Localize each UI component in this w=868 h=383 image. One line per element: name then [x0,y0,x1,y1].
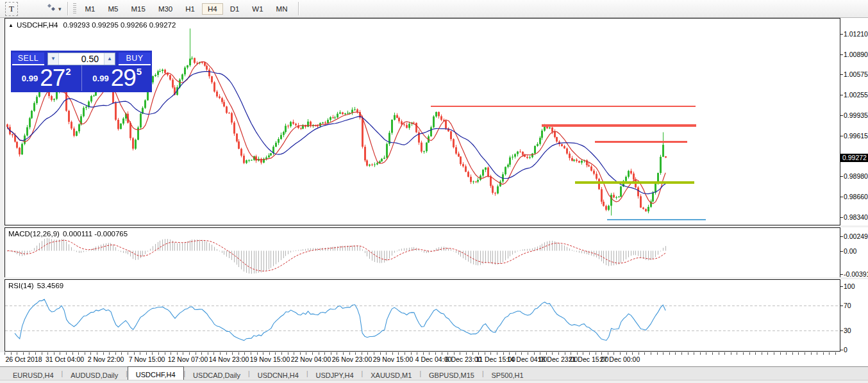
rsi-axis-label: 70 [844,302,851,309]
macd-label: MACD(12,26,9)0.000111 -0.000765 [8,230,128,238]
price-axis-label: 1.00890 [844,51,868,58]
chart-tab-usdjpy[interactable]: USDJPY,H4 [308,368,361,380]
volume-input[interactable] [59,53,104,65]
timeframe-button-m1[interactable]: M1 [79,3,101,15]
macd-indicator-values: 0.000111 -0.000765 [63,230,128,238]
macd-axis-label: 0.00 [844,248,856,255]
sell-price-point: 2 [65,66,71,77]
chart-tab-usdcad[interactable]: USDCAD,Daily [185,368,248,380]
timeframe-button-w1[interactable]: W1 [246,3,269,15]
chart-tab-sp500[interactable]: SP500,H1 [484,368,531,380]
macd-indicator-name: MACD(12,26,9) [8,230,60,238]
volume-decrease-button[interactable]: ▼ [48,53,59,65]
toolbar-separator [298,2,299,15]
timeframe-button-m30[interactable]: M30 [153,3,178,15]
collapse-chart-icon[interactable]: ▲ [8,22,13,28]
rsi-panel: RSI(14)53.4569 [4,279,840,352]
rsi-indicator-values: 53.4569 [37,282,64,289]
rsi-indicator-name: RSI(14) [8,282,34,289]
current-price-badge: 0.99272 [840,154,868,162]
arrows-tool-button[interactable]: ▾ [45,3,63,15]
top-toolbar: T ▾ M1M5M15M30H1H4D1W1MN [0,0,868,18]
macd-axis-label: -0.003913 [844,271,868,278]
macd-chart-canvas[interactable] [5,228,840,277]
dropdown-caret-icon: ▾ [58,6,62,12]
macd-axis-label: 0.002492 [844,233,868,240]
price-axis: 0.99272 1.012101.008901.005751.002550.99… [840,0,868,365]
price-axis-label: 1.00255 [844,92,868,99]
buy-price-prefix: 0.99 [92,74,108,83]
mt4-window: { "toolbar": { "text_tool": "T", "timefr… [0,0,868,383]
chart-tab-bar: EURUSD,H4|AUDUSD,Daily|USDCHF,H4|USDCAD,… [0,366,868,380]
buy-price-pips: 29 [111,67,136,90]
rsi-label: RSI(14)53.4569 [8,282,63,289]
one-click-trading-widget: SELL ▼ ▲ BUY 0.99 27 2 0.99 29 5 [11,51,152,92]
buy-price-point: 5 [137,66,142,77]
timeframe-button-mn[interactable]: MN [271,3,294,15]
rsi-chart-canvas[interactable] [5,280,840,351]
window-bottom-edge [0,380,868,383]
price-axis-label: 0.98980 [844,173,868,180]
chart-tab-usdchf[interactable]: USDCHF,H4 [128,366,184,380]
sell-price-display[interactable]: 0.99 27 2 [11,65,81,91]
date-axis-label: 22 Nov 04:00 [291,355,331,363]
main-chart-panel: ▲USDCHF,H40.99293 0.99295 0.99266 0.9927… [4,18,840,225]
toolbar-grip[interactable] [73,3,76,15]
date-axis-label: 26 Oct 2018 [5,355,42,363]
date-axis-label: 26 Nov 23:00 [332,355,372,363]
text-tool-button[interactable]: T [5,2,18,16]
date-axis-label: 12 Nov 07:00 [168,355,208,363]
timeframe-button-h1[interactable]: H1 [179,3,201,15]
date-axis: 26 Oct 201831 Oct 04:002 Nov 22:007 Nov … [4,352,868,366]
price-axis-label: 0.99935 [844,112,868,119]
chart-symbol-label: USDCHF,H4 [17,21,58,29]
price-axis-label: 0.99615 [844,133,868,140]
volume-increase-button[interactable]: ▲ [104,53,115,65]
buy-button[interactable]: BUY [119,53,151,65]
timeframe-button-m5[interactable]: M5 [103,3,124,15]
arrows-tool-icon [47,3,56,15]
price-axis-label: 1.00575 [844,71,868,78]
rsi-axis-label: 30 [844,327,851,334]
chart-ohlc-values: 0.99293 0.99295 0.99266 0.99272 [63,21,176,29]
sell-price-prefix: 0.99 [22,74,38,83]
volume-spinner: ▼ ▲ [47,53,115,65]
sell-price-pips: 27 [40,67,65,90]
chart-tab-xauusd[interactable]: XAUUSD,M1 [363,368,419,380]
date-axis-label: 2 Nov 22:00 [88,355,124,363]
toolbar-separator [67,2,68,15]
price-axis-label: 1.01210 [844,31,868,38]
chart-title: ▲USDCHF,H40.99293 0.99295 0.99266 0.9927… [8,21,176,29]
date-axis-label: 29 Nov 15:00 [373,355,413,363]
date-axis-label: 19 Nov 15:00 [250,355,290,363]
buy-price-display[interactable]: 0.99 29 5 [81,65,153,91]
timeframe-button-h4[interactable]: H4 [202,3,223,15]
main-chart-canvas[interactable] [5,19,840,225]
timeframe-button-m15[interactable]: M15 [126,3,151,15]
chart-tab-usdcnh[interactable]: USDCNH,H4 [250,368,306,380]
chart-tab-gbpusd[interactable]: GBPUSD,M15 [421,368,482,380]
price-axis-label: 0.98660 [844,193,868,200]
rsi-axis-label: 0 [844,346,847,354]
date-axis-label: 27 Dec 00:00 [600,355,640,363]
rsi-axis-label: 100 [844,283,855,290]
window-left-edge [0,18,4,352]
price-axis-label: 0.98340 [844,214,868,221]
date-axis-ticks [4,352,840,355]
macd-panel: MACD(12,26,9)0.000111 -0.000765 [4,227,840,278]
timeframe-button-d1[interactable]: D1 [224,3,246,15]
date-axis-label: 7 Nov 15:00 [129,355,165,363]
sell-button[interactable]: SELL [12,53,44,65]
chart-tab-eurusd[interactable]: EURUSD,H4 [5,368,62,380]
date-axis-label: 14 Nov 23:00 [209,355,249,363]
chart-tab-audusd[interactable]: AUDUSD,Daily [63,368,126,380]
date-axis-label: 31 Oct 04:00 [46,355,84,363]
timeframe-group: M1M5M15M30H1H4D1W1MN [79,3,294,15]
text-tool-icon: T [9,4,14,14]
